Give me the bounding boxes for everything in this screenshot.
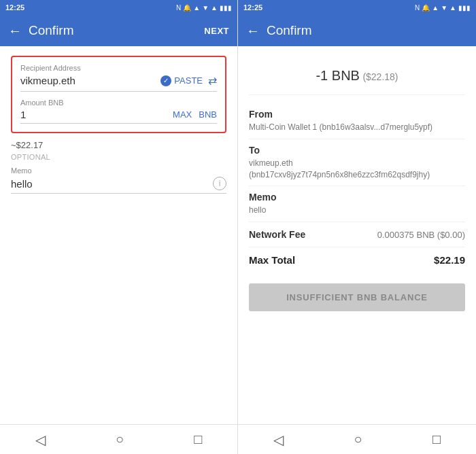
- right-memo-section: Memo hello: [249, 186, 465, 222]
- from-value: Multi-Coin Wallet 1 (bnb16w3aalsv...d7me…: [249, 122, 465, 133]
- recipient-label: Recipient Address: [20, 64, 217, 72]
- amount-fiat-value: ($22.18): [362, 71, 398, 82]
- battery-icon: ▮▮▮: [220, 4, 232, 12]
- r-signal2-icon: ▲: [449, 4, 456, 12]
- info-icon[interactable]: i: [213, 177, 226, 190]
- right-page-title: Confirm: [267, 23, 468, 38]
- from-label: From: [249, 109, 465, 120]
- amount-value[interactable]: 1: [20, 109, 166, 120]
- left-back-button[interactable]: ←: [8, 23, 22, 39]
- confirm-amount-section: -1 BNB ($22.18): [249, 56, 465, 95]
- r-wifi-icon: ▼: [441, 4, 447, 12]
- right-nav-home-icon[interactable]: ○: [354, 432, 362, 447]
- network-fee-label: Network Fee: [249, 229, 305, 240]
- r-nfc-icon: N: [415, 4, 420, 12]
- recipient-value[interactable]: vikmeup.eth: [20, 75, 160, 86]
- paste-check-icon: ✓: [160, 75, 171, 86]
- left-status-icons: N 🔔 ▲ ▼ ▲ ▮▮▮: [176, 4, 232, 12]
- to-label: To: [249, 145, 465, 156]
- bnb-label: BNB: [199, 109, 217, 120]
- to-section: To vikmeup.eth (bnb17cxv8jyz7t74pn5n6x8h…: [249, 139, 465, 187]
- left-page-title: Confirm: [29, 23, 204, 38]
- amount-row: 1 MAX BNB: [20, 109, 217, 124]
- memo-row: hello i: [11, 177, 226, 194]
- amount-label: Amount BNB: [20, 99, 217, 107]
- right-header-bar: ← Confirm: [238, 15, 476, 46]
- right-status-icons: N 🔔 ▲ ▼ ▲ ▮▮▮: [415, 4, 471, 12]
- right-memo-value: hello: [249, 205, 465, 216]
- recipient-field-row: vikmeup.eth ✓ PASTE ⇄: [20, 74, 217, 92]
- left-nav-bar: ◁ ○ □: [0, 424, 237, 454]
- nfc-icon: N: [176, 4, 181, 12]
- max-button[interactable]: MAX: [173, 109, 192, 120]
- approx-amount: ~$22.17: [11, 140, 226, 150]
- r-signal-icon: ▲: [432, 4, 439, 12]
- insufficient-balance-button[interactable]: INSUFFICIENT BNB BALANCE: [249, 283, 465, 311]
- left-next-button[interactable]: NEXT: [204, 26, 229, 36]
- amount-main-display: -1 BNB ($22.18): [249, 68, 465, 84]
- paste-label[interactable]: PASTE: [174, 75, 203, 86]
- right-nav-bar: ◁ ○ □: [238, 424, 476, 454]
- signal2-icon: ▲: [211, 4, 218, 12]
- right-back-button[interactable]: ←: [246, 23, 260, 39]
- left-nav-back-icon[interactable]: ◁: [35, 432, 46, 448]
- network-fee-row: Network Fee 0.000375 BNB ($0.00): [249, 222, 465, 247]
- left-time: 12:25: [5, 3, 24, 12]
- network-fee-value: 0.000375 BNB ($0.00): [377, 230, 465, 240]
- memo-value[interactable]: hello: [11, 178, 213, 190]
- right-nav-recents-icon[interactable]: □: [432, 432, 441, 447]
- wifi-icon: ▼: [202, 4, 209, 12]
- memo-field-label: Memo: [11, 167, 226, 175]
- left-nav-recents-icon[interactable]: □: [194, 432, 202, 447]
- refresh-icon[interactable]: ⇄: [208, 74, 217, 87]
- bell-icon: 🔔: [183, 4, 191, 12]
- left-status-bar: 12:25 N 🔔 ▲ ▼ ▲ ▮▮▮: [0, 0, 237, 15]
- r-bell-icon: 🔔: [422, 4, 430, 12]
- from-section: From Multi-Coin Wallet 1 (bnb16w3aalsv..…: [249, 103, 465, 139]
- right-memo-label: Memo: [249, 192, 465, 203]
- left-nav-home-icon[interactable]: ○: [116, 432, 124, 447]
- paste-button[interactable]: ✓ PASTE: [160, 75, 203, 86]
- left-header-bar: ← Confirm NEXT: [0, 15, 237, 46]
- left-content-area: Recipient Address vikmeup.eth ✓ PASTE ⇄ …: [0, 46, 237, 424]
- form-box: Recipient Address vikmeup.eth ✓ PASTE ⇄ …: [11, 56, 226, 133]
- right-time: 12:25: [243, 3, 262, 12]
- max-total-label: Max Total: [249, 254, 295, 266]
- amount-main-value: -1 BNB: [316, 68, 359, 83]
- max-total-value: $22.19: [434, 254, 465, 266]
- right-phone-panel: 12:25 N 🔔 ▲ ▼ ▲ ▮▮▮ ← Confirm -1 BNB ($2…: [238, 0, 476, 454]
- to-value: vikmeup.eth (bnb17cxv8jyz7t74pn5n6x8he6z…: [249, 158, 465, 181]
- signal-icon: ▲: [193, 4, 200, 12]
- right-nav-back-icon[interactable]: ◁: [273, 432, 284, 448]
- r-battery-icon: ▮▮▮: [458, 4, 471, 12]
- right-status-bar: 12:25 N 🔔 ▲ ▼ ▲ ▮▮▮: [238, 0, 476, 15]
- left-phone-panel: 12:25 N 🔔 ▲ ▼ ▲ ▮▮▮ ← Confirm NEXT Recip…: [0, 0, 238, 454]
- right-content-area: -1 BNB ($22.18) From Multi-Coin Wallet 1…: [238, 46, 476, 424]
- optional-label: OPTIONAL: [11, 153, 226, 161]
- max-total-row: Max Total $22.19: [249, 247, 465, 273]
